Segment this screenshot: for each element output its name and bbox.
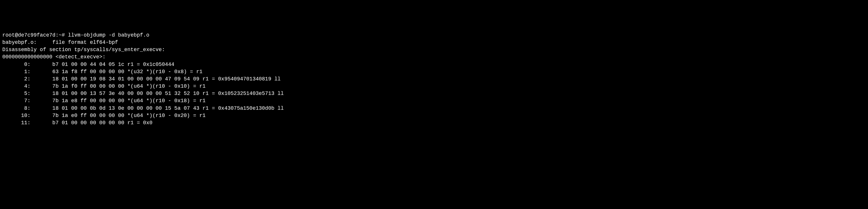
instruction-line: 0: b7 01 00 00 44 04 05 1c r1 = 0x1c0504… — [2, 61, 866, 68]
instruction-line: 7: 7b 1a e8 ff 00 00 00 00 *(u64 *)(r10 … — [2, 97, 866, 105]
instruction-line: 1: 63 1a f8 ff 00 00 00 00 *(u32 *)(r10 … — [2, 68, 866, 76]
instruction-line: 11: b7 01 00 00 00 00 00 00 r1 = 0x0 — [2, 119, 866, 127]
instruction-line: 10: 7b 1a e0 ff 00 00 00 00 *(u64 *)(r10… — [2, 112, 866, 119]
disassembly-section-header: Disassembly of section tp/syscalls/sys_e… — [2, 46, 866, 53]
command-line: root@de7c99face7d:~# llvm-objdump -d bab… — [2, 32, 866, 39]
instruction-line: 4: 7b 1a f0 ff 00 00 00 00 *(u64 *)(r10 … — [2, 83, 866, 90]
instruction-line: 8: 18 01 00 00 0b 0d 13 0e 00 00 00 00 1… — [2, 105, 866, 112]
instruction-line: 2: 18 01 00 00 19 08 34 01 00 00 00 00 4… — [2, 76, 866, 83]
instruction-line: 5: 18 01 00 00 13 57 3e 40 00 00 00 00 5… — [2, 90, 866, 97]
shell-command: llvm-objdump -d babyebpf.o — [68, 32, 149, 38]
file-format-line: babyebpf.o: file format elf64-bpf — [2, 39, 866, 46]
terminal-output: root@de7c99face7d:~# llvm-objdump -d bab… — [2, 32, 866, 127]
shell-prompt: root@de7c99face7d:~# — [2, 32, 68, 38]
function-label: 0000000000000000 <detect_execve>: — [2, 53, 866, 61]
